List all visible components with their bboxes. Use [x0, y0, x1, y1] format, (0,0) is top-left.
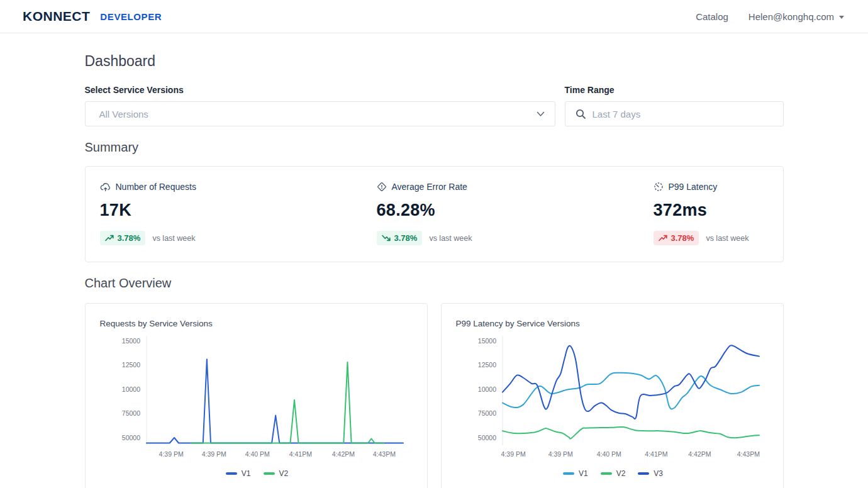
series-line-v3 — [503, 345, 759, 419]
series-line-v2 — [191, 362, 384, 443]
legend-item-v2[interactable]: V2 — [264, 469, 289, 478]
metric-p99-latency: P99 Latency 372ms 3.78% vs last week — [654, 182, 749, 245]
latency-line-chart: 15000125001000075000500004:39 PM4:39 PM4… — [456, 332, 771, 468]
chart-title: Requests by Service Versions — [100, 319, 415, 328]
legend-item-v1[interactable]: V1 — [563, 469, 588, 478]
x-axis-tick-label: 4:40 PM — [596, 450, 621, 458]
y-axis-tick-label: 15000 — [121, 337, 140, 345]
metric-value: 372ms — [654, 201, 749, 220]
filters-row: Select Service Versions All Versions Tim… — [85, 85, 784, 126]
top-nav-bar: KONNECT DEVELOPER Catalog Helen@konghq.c… — [0, 0, 868, 33]
legend-swatch — [226, 472, 237, 475]
user-email: Helen@konghq.com — [748, 11, 834, 22]
x-axis-tick-label: 4:39 PM — [201, 450, 226, 458]
trend-change-value: 3.78% — [118, 233, 141, 243]
metric-label: Number of Requests — [116, 182, 196, 192]
series-line-v2 — [503, 427, 759, 439]
alert-diamond-icon — [377, 182, 387, 192]
chevron-down-icon — [537, 111, 545, 117]
y-axis-tick-label: 50000 — [477, 434, 496, 441]
x-axis-tick-label: 4:43PM — [372, 450, 395, 458]
y-axis-tick-label: 15000 — [477, 337, 496, 345]
legend-swatch — [601, 472, 612, 475]
series-line-v1 — [147, 359, 403, 443]
requests-chart-card: Requests by Service Versions 15000125001… — [85, 303, 428, 488]
legend-item-v2[interactable]: V2 — [601, 469, 626, 478]
time-range-input[interactable]: Last 7 days — [565, 101, 784, 126]
line-chart-canvas: 15000125001000075000500004:39 PM4:39 PM4… — [456, 332, 771, 465]
y-axis-tick-label: 10000 — [121, 385, 140, 393]
legend-swatch — [264, 472, 275, 475]
x-axis-tick-label: 4:41PM — [645, 450, 667, 458]
trend-badge: 3.78% — [100, 231, 146, 245]
legend-label: V1 — [242, 469, 251, 478]
konnect-logo: KONNECT — [23, 9, 90, 24]
metric-average-error-rate: Average Error Rate 68.28% 3.78% vs last … — [377, 182, 654, 245]
legend-label: V1 — [579, 469, 588, 478]
chart-overview-heading: Chart Overview — [85, 276, 784, 291]
legend-item-v1[interactable]: V1 — [226, 469, 251, 478]
y-axis-tick-label: 12500 — [477, 361, 496, 369]
requests-line-chart: 15000125001000075000500004:39 PM4:39 PM4… — [100, 332, 415, 468]
compare-label: vs last week — [429, 234, 472, 243]
stopwatch-icon — [654, 182, 664, 192]
y-axis-tick-label: 10000 — [477, 385, 496, 393]
y-axis-tick-label: 50000 — [121, 434, 140, 441]
y-axis-tick-label: 75000 — [121, 409, 140, 417]
summary-card: Number of Requests 17K 3.78% vs last wee… — [85, 166, 784, 262]
x-axis-tick-label: 4:39 PM — [159, 450, 183, 458]
chart-title: P99 Latency by Service Versions — [456, 319, 771, 328]
service-versions-select[interactable]: All Versions — [85, 101, 555, 126]
trend-badge: 3.78% — [654, 231, 699, 245]
developer-label: DEVELOPER — [100, 11, 162, 22]
trend-up-icon — [105, 235, 114, 241]
legend-label: V3 — [654, 469, 663, 478]
series-line-v1 — [503, 373, 759, 409]
time-range-label: Time Range — [565, 85, 784, 95]
trend-change-value: 3.78% — [671, 233, 694, 243]
service-versions-value: All Versions — [99, 109, 537, 119]
trend-down-icon — [382, 235, 391, 241]
x-axis-tick-label: 4:39 PM — [501, 450, 525, 458]
time-range-value: Last 7 days — [593, 109, 773, 119]
x-axis-tick-label: 4:42PM — [688, 450, 711, 458]
trend-badge: 3.78% — [377, 231, 423, 245]
legend-item-v3[interactable]: V3 — [638, 469, 663, 478]
y-axis-tick-label: 12500 — [121, 361, 140, 369]
legend-swatch — [638, 472, 649, 475]
metric-value: 68.28% — [377, 201, 654, 220]
legend-label: V2 — [279, 469, 289, 478]
legend-label: V2 — [616, 469, 626, 478]
user-menu[interactable]: Helen@konghq.com — [748, 11, 844, 22]
latency-chart-card: P99 Latency by Service Versions 15000125… — [441, 303, 784, 488]
line-chart-canvas: 15000125001000075000500004:39 PM4:39 PM4… — [100, 332, 415, 465]
metric-label: P99 Latency — [669, 182, 718, 192]
trend-up-icon — [659, 235, 667, 241]
service-versions-label: Select Service Versions — [85, 85, 555, 95]
x-axis-tick-label: 4:39 PM — [548, 450, 572, 458]
x-axis-tick-label: 4:42PM — [331, 450, 354, 458]
metric-label: Average Error Rate — [392, 182, 467, 192]
trend-change-value: 3.78% — [394, 233, 418, 243]
summary-heading: Summary — [85, 140, 784, 155]
chart-legend: V1V2V3 — [456, 469, 771, 478]
y-axis-tick-label: 75000 — [477, 409, 496, 417]
metric-number-of-requests: Number of Requests 17K 3.78% vs last wee… — [100, 182, 377, 245]
x-axis-tick-label: 4:43PM — [737, 450, 759, 458]
search-icon — [576, 109, 586, 119]
x-axis-tick-label: 4:40 PM — [245, 450, 269, 458]
logo[interactable]: KONNECT DEVELOPER — [23, 9, 162, 24]
nav-link-catalog[interactable]: Catalog — [696, 11, 728, 22]
metric-value: 17K — [100, 201, 377, 220]
chevron-down-icon — [839, 16, 844, 19]
chart-legend: V1V2 — [100, 469, 415, 478]
legend-swatch — [563, 472, 574, 475]
compare-label: vs last week — [706, 234, 748, 243]
page-title: Dashboard — [85, 53, 784, 70]
cloud-upload-icon — [100, 182, 111, 192]
compare-label: vs last week — [152, 234, 195, 243]
x-axis-tick-label: 4:41PM — [289, 450, 311, 458]
